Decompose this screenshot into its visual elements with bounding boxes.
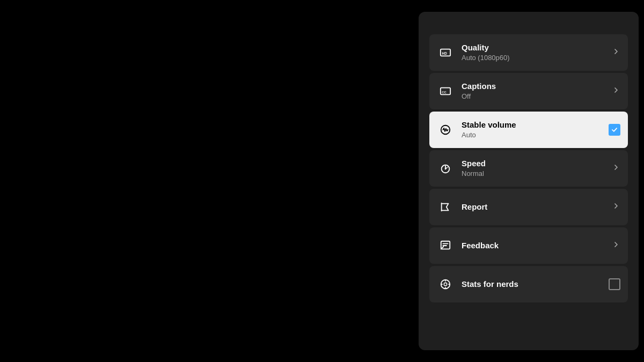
settings-item-label-report: Report bbox=[462, 202, 606, 212]
settings-item-label-stats-for-nerds: Stats for nerds bbox=[462, 279, 603, 290]
settings-item-sublabel-captions: Off bbox=[462, 92, 606, 101]
settings-item-text-report: Report bbox=[462, 202, 606, 212]
settings-item-right-stable-volume bbox=[609, 124, 620, 136]
svg-point-16 bbox=[444, 283, 447, 286]
report-icon bbox=[437, 198, 454, 216]
hd-icon: HD bbox=[437, 44, 454, 61]
settings-item-text-feedback: Feedback bbox=[462, 240, 606, 251]
settings-item-text-captions: Captions Off bbox=[462, 81, 606, 101]
stats-icon bbox=[437, 276, 454, 293]
cc-icon: CC bbox=[437, 83, 454, 100]
svg-point-11 bbox=[445, 168, 447, 170]
settings-item-stable-volume[interactable]: Stable volume Auto bbox=[429, 112, 628, 148]
chevron-icon bbox=[612, 202, 620, 212]
settings-item-speed[interactable]: Speed Normal bbox=[429, 150, 628, 187]
settings-item-right-quality bbox=[612, 47, 620, 58]
svg-text:HD: HD bbox=[442, 51, 448, 55]
chevron-icon bbox=[612, 163, 620, 174]
settings-item-label-stable-volume: Stable volume bbox=[462, 120, 603, 130]
settings-item-right-report bbox=[612, 202, 620, 212]
settings-item-captions[interactable]: CC Captions Off bbox=[429, 73, 628, 109]
svg-text:CC: CC bbox=[442, 91, 447, 94]
settings-list: HD Quality Auto (1080p60) CC Captions Of… bbox=[429, 34, 628, 302]
settings-item-label-feedback: Feedback bbox=[462, 240, 606, 251]
chevron-icon bbox=[612, 86, 620, 97]
settings-item-quality[interactable]: HD Quality Auto (1080p60) bbox=[429, 34, 628, 71]
settings-item-text-stable-volume: Stable volume Auto bbox=[462, 120, 603, 140]
settings-item-sublabel-stable-volume: Auto bbox=[462, 131, 603, 140]
settings-item-feedback[interactable]: Feedback bbox=[429, 227, 628, 264]
settings-item-text-quality: Quality Auto (1080p60) bbox=[462, 42, 606, 63]
settings-item-stats-for-nerds[interactable]: Stats for nerds bbox=[429, 266, 628, 302]
chevron-icon bbox=[612, 47, 620, 58]
svg-line-9 bbox=[447, 130, 448, 131]
settings-item-label-captions: Captions bbox=[462, 81, 606, 92]
settings-item-text-stats-for-nerds: Stats for nerds bbox=[462, 279, 603, 290]
feedback-icon bbox=[437, 237, 454, 254]
settings-item-right-feedback bbox=[612, 240, 620, 251]
checkbox-checked[interactable] bbox=[609, 124, 620, 136]
settings-panel: HD Quality Auto (1080p60) CC Captions Of… bbox=[419, 12, 639, 350]
settings-item-right-stats-for-nerds bbox=[609, 278, 620, 290]
settings-item-label-quality: Quality bbox=[462, 42, 606, 53]
settings-item-text-speed: Speed Normal bbox=[462, 158, 606, 179]
settings-item-sublabel-quality: Auto (1080p60) bbox=[462, 54, 606, 63]
checkbox-unchecked[interactable] bbox=[609, 278, 620, 290]
settings-item-right-captions bbox=[612, 86, 620, 97]
settings-item-label-speed: Speed bbox=[462, 158, 606, 169]
speed-icon bbox=[437, 160, 454, 177]
chevron-icon bbox=[612, 240, 620, 251]
settings-item-sublabel-speed: Normal bbox=[462, 169, 606, 179]
stable-volume-icon bbox=[437, 121, 454, 138]
settings-item-report[interactable]: Report bbox=[429, 189, 628, 225]
settings-item-right-speed bbox=[612, 163, 620, 174]
